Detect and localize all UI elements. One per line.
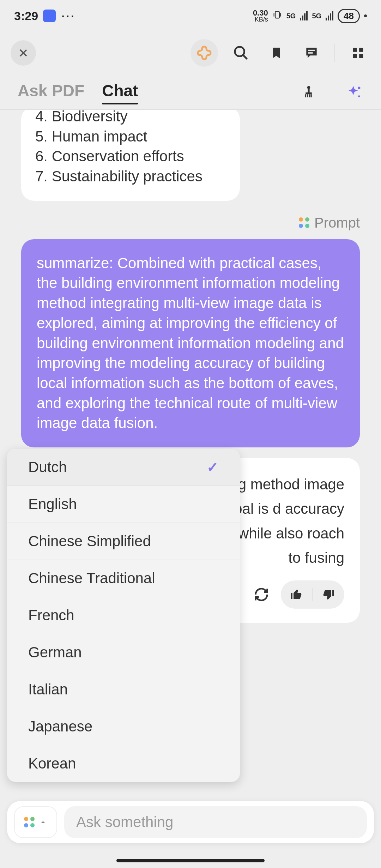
app-toolbar bbox=[0, 32, 381, 74]
network-label-2: 5G bbox=[312, 12, 321, 20]
language-option-dutch[interactable]: Dutch ✓ bbox=[7, 449, 240, 486]
list-item: 7. Sustainability practices bbox=[35, 167, 226, 187]
svg-rect-4 bbox=[353, 48, 357, 52]
svg-point-11 bbox=[358, 87, 360, 89]
svg-rect-3 bbox=[308, 52, 313, 54]
svg-rect-0 bbox=[275, 12, 279, 18]
status-overflow-icon: ⋯ bbox=[61, 8, 75, 24]
language-label: Dutch bbox=[28, 459, 67, 476]
language-option-chinese-simplified[interactable]: Chinese Simplified bbox=[7, 523, 240, 560]
network-label-1: 5G bbox=[286, 12, 296, 20]
language-label: English bbox=[28, 496, 77, 513]
svg-rect-2 bbox=[308, 50, 315, 51]
message-input[interactable]: Ask something bbox=[64, 806, 367, 838]
language-label: German bbox=[28, 644, 82, 661]
user-message-bubble[interactable]: summarize: Combined with practical cases… bbox=[21, 239, 360, 447]
svg-point-1 bbox=[235, 47, 244, 56]
svg-rect-6 bbox=[353, 54, 357, 58]
language-dropdown[interactable]: Dutch ✓ English Chinese Simplified Chine… bbox=[7, 449, 240, 782]
sparkle-button[interactable] bbox=[346, 84, 363, 101]
close-button[interactable] bbox=[11, 40, 36, 66]
app-logo-button[interactable] bbox=[190, 39, 218, 67]
language-option-italian[interactable]: Italian bbox=[7, 671, 240, 708]
language-label: Korean bbox=[28, 755, 76, 772]
search-button[interactable] bbox=[229, 41, 253, 65]
language-option-japanese[interactable]: Japanese bbox=[7, 708, 240, 745]
grid-menu-button[interactable] bbox=[346, 41, 370, 65]
svg-rect-10 bbox=[306, 92, 312, 94]
language-label: Italian bbox=[28, 681, 68, 698]
language-label: French bbox=[28, 607, 74, 624]
language-option-german[interactable]: German bbox=[7, 634, 240, 671]
comment-button[interactable] bbox=[299, 41, 324, 65]
list-item: 6. Conservation efforts bbox=[35, 146, 226, 167]
bookmark-button[interactable] bbox=[264, 41, 289, 65]
tab-ask-pdf[interactable]: Ask PDF bbox=[18, 81, 84, 104]
battery-dot bbox=[364, 14, 367, 17]
brush-button[interactable] bbox=[300, 84, 318, 101]
svg-point-8 bbox=[307, 86, 310, 89]
status-app-icon bbox=[43, 10, 56, 22]
assistant-list-card: 4. Biodiversity 5. Human impact 6. Conse… bbox=[21, 110, 240, 201]
prompt-dots-icon bbox=[24, 817, 35, 827]
chevron-up-icon bbox=[39, 818, 47, 826]
prompt-dots-icon bbox=[299, 217, 309, 228]
status-bar: 3:29 ⋯ 0.30 KB/s 5G 5G 48 bbox=[0, 0, 381, 32]
list-item: 4. Biodiversity bbox=[35, 110, 226, 127]
status-data-rate: 0.30 KB/s bbox=[253, 10, 268, 22]
prompt-label-row: Prompt bbox=[11, 201, 370, 239]
language-option-korean[interactable]: Korean bbox=[7, 745, 240, 782]
check-icon: ✓ bbox=[207, 459, 219, 475]
vibrate-icon bbox=[272, 10, 282, 22]
language-option-french[interactable]: French bbox=[7, 597, 240, 634]
tab-chat[interactable]: Chat bbox=[102, 81, 138, 104]
prompt-picker-button[interactable] bbox=[14, 806, 57, 838]
tab-bar: Ask PDF Chat bbox=[0, 74, 381, 110]
thumbs-down-button[interactable] bbox=[313, 588, 344, 601]
battery-indicator: 48 bbox=[338, 9, 360, 23]
language-label: Chinese Simplified bbox=[28, 533, 151, 550]
prompt-label: Prompt bbox=[314, 215, 360, 231]
status-time: 3:29 bbox=[14, 9, 38, 23]
svg-rect-7 bbox=[359, 54, 363, 58]
language-label: Chinese Traditional bbox=[28, 570, 155, 587]
input-bar: Ask something bbox=[7, 801, 374, 843]
language-option-english[interactable]: English bbox=[7, 486, 240, 523]
signal-bars-1 bbox=[300, 11, 308, 20]
regenerate-button[interactable] bbox=[249, 582, 274, 607]
svg-rect-5 bbox=[359, 48, 363, 52]
toolbar-divider bbox=[334, 44, 335, 62]
svg-rect-9 bbox=[308, 89, 309, 93]
list-item: 5. Human impact bbox=[35, 127, 226, 147]
home-indicator[interactable] bbox=[116, 859, 265, 862]
signal-bars-2 bbox=[326, 11, 333, 20]
language-option-chinese-traditional[interactable]: Chinese Traditional bbox=[7, 560, 240, 597]
thumbs-up-button[interactable] bbox=[281, 588, 313, 601]
feedback-chip bbox=[281, 580, 344, 609]
language-label: Japanese bbox=[28, 718, 92, 735]
svg-point-12 bbox=[358, 95, 360, 97]
